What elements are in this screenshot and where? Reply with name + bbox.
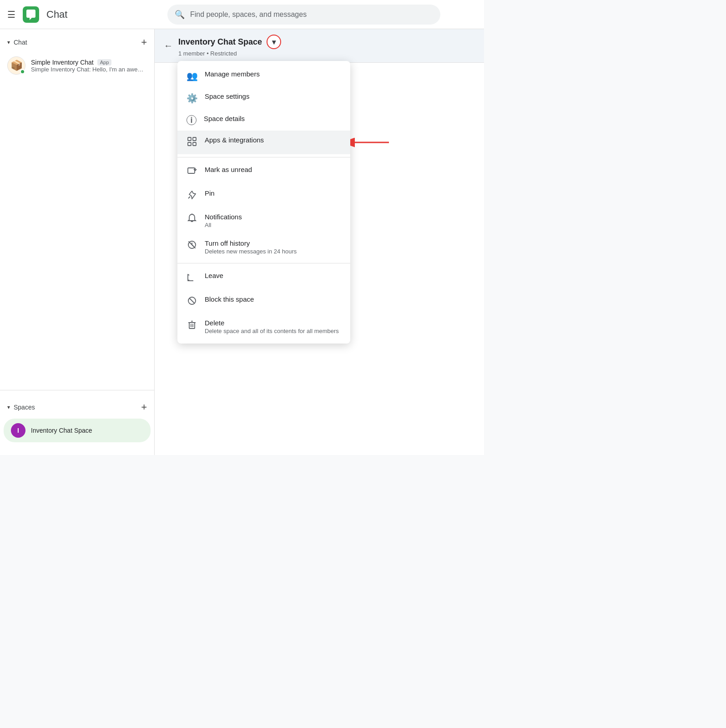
svg-rect-6 (188, 168, 195, 173)
leave-text: Leave (205, 272, 341, 279)
delete-text: Delete Delete space and all of its conte… (205, 319, 341, 334)
menu-item-delete[interactable]: Delete Delete space and all of its conte… (177, 313, 350, 340)
chat-section-header[interactable]: ▾ Chat + (0, 33, 154, 52)
manage-members-label: Manage members (205, 70, 341, 78)
space-settings-text: Space settings (205, 92, 341, 100)
menu-item-block-space[interactable]: Block this space (177, 290, 350, 313)
chat-chevron-icon: ▾ (7, 39, 10, 46)
turn-off-history-label: Turn off history (205, 239, 341, 247)
svg-line-12 (190, 298, 195, 303)
chat-section-left: ▾ Chat (7, 39, 27, 46)
right-panel: ← Inventory Chat Space ▾ 1 member • Rest… (155, 29, 484, 455)
chat-name-row: Simple Inventory Chat App (31, 59, 147, 66)
apps-integrations-icon (187, 136, 197, 149)
menu-divider-1 (177, 157, 350, 157)
space-avatar: I (11, 423, 25, 438)
delete-icon (187, 319, 197, 332)
chat-preview: Simple Inventory Chat: Hello, I'm an awe… (31, 66, 147, 73)
section-divider (0, 390, 154, 390)
chat-info: Simple Inventory Chat App Simple Invento… (31, 59, 147, 73)
notifications-icon (187, 213, 197, 226)
search-icon: 🔍 (175, 10, 185, 20)
chat-logo-icon (23, 6, 39, 23)
manage-members-icon: 👥 (187, 71, 197, 81)
back-button[interactable]: ← (164, 40, 173, 51)
space-settings-label: Space settings (205, 92, 341, 100)
search-bar[interactable]: 🔍 Find people, spaces, and messages (167, 5, 440, 25)
leave-icon (187, 272, 197, 284)
turn-off-history-icon (187, 240, 197, 252)
online-indicator (20, 69, 25, 74)
svg-rect-13 (189, 323, 195, 329)
delete-sublabel: Delete space and all of its contents for… (205, 328, 341, 334)
svg-line-10 (189, 242, 195, 248)
main-content: ▾ Chat + 📦 Simple Inventory Chat App Sim… (0, 29, 484, 455)
svg-line-7 (188, 197, 190, 198)
svg-rect-2 (193, 137, 196, 141)
menu-item-pin[interactable]: Pin (177, 184, 350, 207)
svg-rect-1 (188, 137, 191, 141)
space-name: Inventory Chat Space (31, 427, 92, 434)
app-header: ☰ Chat 🔍 Find people, spaces, and messag… (0, 0, 484, 29)
space-title-text: Inventory Chat Space (178, 37, 262, 47)
delete-label: Delete (205, 319, 341, 327)
chat-add-button[interactable]: + (141, 36, 147, 48)
space-title: Inventory Chat Space ▾ (178, 35, 475, 49)
space-details-text: Space details (204, 115, 341, 122)
hamburger-icon[interactable]: ☰ (7, 9, 15, 20)
space-subtitle: 1 member • Restricted (178, 50, 475, 57)
notifications-label: Notifications (205, 213, 341, 221)
turn-off-history-text: Turn off history Deletes new messages in… (205, 239, 341, 255)
menu-item-leave[interactable]: Leave (177, 266, 350, 290)
app-title: Chat (46, 9, 67, 20)
pin-text: Pin (205, 189, 341, 197)
red-arrow-annotation (350, 133, 391, 152)
search-placeholder: Find people, spaces, and messages (190, 10, 307, 19)
space-item[interactable]: I Inventory Chat Space (4, 419, 151, 442)
manage-members-text: Manage members (205, 70, 341, 78)
space-settings-icon: ⚙️ (187, 93, 197, 104)
menu-item-apps-integrations[interactable]: Apps & integrations (177, 131, 350, 154)
spaces-section-label: Spaces (14, 404, 35, 411)
mark-unread-text: Mark as unread (205, 166, 341, 173)
notifications-sublabel: All (205, 222, 341, 228)
mark-unread-icon (187, 166, 197, 178)
app-badge: App (97, 59, 112, 66)
menu-item-manage-members[interactable]: 👥 Manage members (177, 65, 350, 87)
spaces-chevron-icon: ▾ (7, 404, 10, 410)
dropdown-chevron-icon: ▾ (272, 38, 276, 46)
svg-rect-4 (193, 142, 196, 146)
apps-integrations-text: Apps & integrations (205, 136, 341, 144)
chat-item[interactable]: 📦 Simple Inventory Chat App Simple Inven… (0, 52, 154, 79)
spaces-section-left: ▾ Spaces (7, 404, 35, 411)
notifications-text: Notifications All (205, 213, 341, 228)
menu-item-mark-unread[interactable]: Mark as unread (177, 160, 350, 184)
block-space-text: Block this space (205, 295, 341, 303)
dropdown-menu: 👥 Manage members ⚙️ Space settings i Spa… (177, 61, 350, 344)
block-icon (187, 296, 197, 308)
sidebar: ▾ Chat + 📦 Simple Inventory Chat App Sim… (0, 29, 155, 455)
space-dropdown-button[interactable]: ▾ (267, 35, 281, 49)
menu-item-space-settings[interactable]: ⚙️ Space settings (177, 87, 350, 109)
turn-off-history-sublabel: Deletes new messages in 24 hours (205, 248, 341, 255)
space-title-group: Inventory Chat Space ▾ 1 member • Restri… (178, 35, 475, 57)
block-space-label: Block this space (205, 295, 341, 303)
header-left: ☰ Chat (7, 6, 162, 23)
mark-unread-label: Mark as unread (205, 166, 341, 173)
menu-divider-2 (177, 263, 350, 263)
spaces-add-button[interactable]: + (141, 401, 147, 413)
leave-label: Leave (205, 272, 341, 279)
svg-rect-3 (188, 142, 191, 146)
menu-item-notifications[interactable]: Notifications All (177, 207, 350, 234)
pin-icon (187, 190, 197, 202)
apps-integrations-label: Apps & integrations (205, 136, 341, 144)
space-header: ← Inventory Chat Space ▾ 1 member • Rest… (155, 29, 484, 63)
menu-item-space-details[interactable]: i Space details (177, 109, 350, 131)
spaces-section-header[interactable]: ▾ Spaces + (0, 398, 154, 417)
chat-section-label: Chat (14, 39, 27, 46)
pin-label: Pin (205, 189, 341, 197)
menu-item-turn-off-history[interactable]: Turn off history Deletes new messages in… (177, 234, 350, 260)
chat-avatar-box: 📦 (7, 56, 25, 75)
space-details-label: Space details (204, 115, 341, 122)
space-details-icon: i (187, 115, 197, 125)
